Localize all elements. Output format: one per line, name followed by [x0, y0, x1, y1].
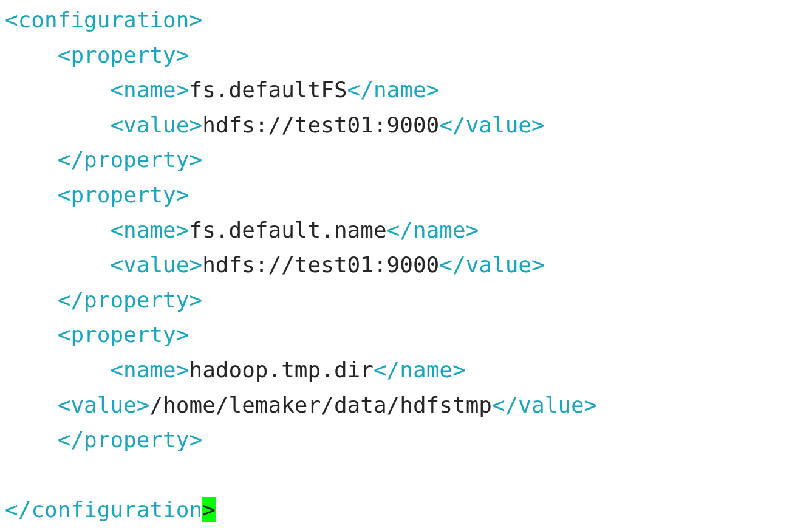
tag-open-name: <name> [110, 218, 189, 242]
tag-open-value: <value> [110, 112, 202, 137]
tag-close-name: </name> [374, 357, 466, 382]
tag-open-property: <property> [58, 322, 189, 347]
line: </property> [5, 427, 202, 452]
text-value-value: hdfs://test01:9000 [202, 112, 439, 137]
line: <configuration> [5, 7, 202, 32]
tag-close-value: </value> [439, 252, 544, 277]
tag-close-name: </name> [387, 218, 479, 242]
cursor-icon: > [202, 497, 216, 522]
text-name-value: fs.default.name [189, 218, 386, 242]
line: </property> [5, 147, 202, 172]
line: <property> [5, 182, 189, 207]
line: <name>fs.defaultFS</name> [5, 77, 439, 102]
line: </property> [5, 287, 202, 312]
tag-close-property: </property> [58, 147, 202, 172]
tag-close-value: </value> [492, 393, 597, 417]
tag-close-configuration: </configuration [5, 497, 202, 522]
tag-close-name: </name> [347, 77, 440, 102]
xml-code-block[interactable]: <configuration> <property> <name>fs.defa… [0, 0, 812, 528]
text-name-value: fs.defaultFS [189, 77, 347, 102]
line: <property> [5, 43, 189, 67]
tag-open-configuration: <configuration> [5, 7, 202, 32]
text-value-value: /home/lemaker/data/hdfstmp [149, 393, 492, 417]
tag-close-value: </value> [439, 112, 544, 137]
line: </configuration> [5, 497, 216, 522]
line: <name>fs.default.name</name> [5, 218, 479, 242]
line: <value>hdfs://test01:9000</value> [5, 112, 545, 137]
line: <name>hadoop.tmp.dir</name> [5, 357, 466, 382]
text-value-value: hdfs://test01:9000 [202, 252, 439, 277]
tag-close-property: </property> [58, 287, 202, 312]
tag-open-name: <name> [110, 77, 189, 102]
tag-open-value: <value> [110, 252, 202, 277]
tag-open-name: <name> [110, 357, 189, 382]
text-name-value: hadoop.tmp.dir [189, 357, 373, 382]
tag-open-property: <property> [58, 43, 189, 67]
tag-open-value: <value> [58, 393, 150, 417]
tag-close-property: </property> [58, 427, 202, 452]
line: <value>hdfs://test01:9000</value> [5, 252, 545, 277]
tag-open-property: <property> [58, 182, 189, 207]
line: <property> [5, 322, 189, 347]
line: <value>/home/lemaker/data/hdfstmp</value… [5, 393, 597, 417]
